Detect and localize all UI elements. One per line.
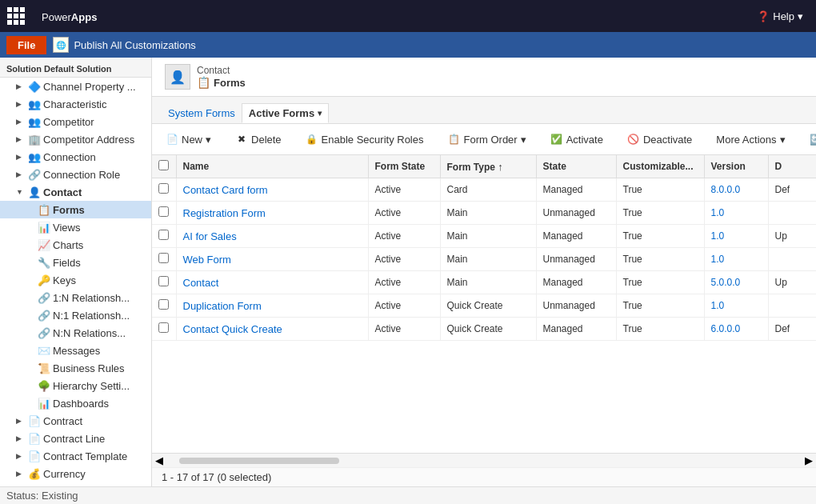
characteristic-icon: 👥 — [28, 98, 41, 110]
tab-system-forms[interactable]: System Forms — [162, 104, 242, 122]
sidebar-item-forms[interactable]: 📋 Forms — [0, 201, 151, 218]
connection-icon: 👥 — [28, 150, 41, 163]
expand-arrow: ▶ — [16, 135, 26, 143]
row-version-cell: 1.0 — [704, 248, 768, 271]
horizontal-scrollbar[interactable]: ◀ ▶ — [152, 453, 816, 467]
row-checkbox[interactable] — [158, 230, 169, 240]
row-desc-cell — [768, 248, 816, 271]
row-checkbox[interactable] — [158, 322, 169, 333]
refresh-button[interactable]: 🔄 — [802, 130, 817, 150]
row-checkbox-cell[interactable] — [152, 318, 176, 341]
form-name-link[interactable]: Contact Card form — [183, 184, 268, 196]
sidebar-item-views[interactable]: 📊 Views — [0, 218, 151, 236]
form-name-link[interactable]: AI for Sales — [183, 230, 237, 242]
sidebar-item-1n-relationships[interactable]: 🔗 1:N Relationsh... — [0, 289, 151, 306]
sidebar-header: Solution Default Solution — [0, 58, 151, 78]
row-customizable-cell: True — [616, 248, 704, 271]
col-header-form-state[interactable]: Form State — [368, 155, 440, 178]
table-row: Contact Quick Create Active Quick Create… — [152, 318, 816, 341]
sidebar-item-contact[interactable]: ▼ 👤 Contact — [0, 183, 151, 201]
publish-all-button[interactable]: 🌐 Publish All Customizations — [53, 37, 195, 53]
table-header-row: Name Form State Form Type ↑ State Custom… — [152, 155, 816, 178]
deactivate-button[interactable]: 🚫 Deactivate — [620, 129, 699, 150]
col-header-state[interactable]: State — [536, 155, 616, 178]
sidebar-item-hierarchy-settings[interactable]: 🌳 Hierarchy Setti... — [0, 377, 151, 394]
form-name-link[interactable]: Contact Quick Create — [183, 323, 282, 335]
row-checkbox-cell[interactable] — [152, 178, 176, 202]
sort-asc-icon: ↑ — [498, 161, 503, 173]
row-checkbox-cell[interactable] — [152, 225, 176, 248]
business-rules-icon: 📜 — [38, 362, 50, 374]
row-checkbox[interactable] — [158, 299, 169, 310]
sidebar-item-competitor-address[interactable]: ▶ 🏢 Competitor Address — [0, 130, 151, 148]
table-row: Registration Form Active Main Unmanaged … — [152, 202, 816, 225]
col-header-desc[interactable]: D — [768, 155, 816, 178]
waffle-icon — [7, 7, 25, 25]
sidebar-item-contract[interactable]: ▶ 📄 Contract — [0, 412, 151, 430]
tab-active-forms[interactable]: Active Forms ▾ — [242, 103, 329, 123]
form-name-link[interactable]: Contact — [183, 277, 219, 289]
row-form-state-cell: Active — [368, 271, 440, 294]
scroll-right-arrow[interactable]: ▶ — [805, 454, 813, 466]
row-checkbox[interactable] — [158, 183, 169, 194]
col-header-checkbox[interactable] — [152, 155, 176, 178]
select-all-checkbox[interactable] — [158, 160, 169, 170]
row-desc-cell: Up — [768, 271, 816, 294]
expand-arrow: ▶ — [16, 434, 26, 442]
sidebar-item-n1-relationships[interactable]: 🔗 N:1 Relationsh... — [0, 306, 151, 324]
row-checkbox-cell[interactable] — [152, 202, 176, 225]
col-header-customizable[interactable]: Customizable... — [616, 155, 704, 178]
sidebar-item-channel-property[interactable]: ▶ 🔷 Channel Property ... — [0, 78, 151, 95]
sidebar-item-dashboards[interactable]: 📊 Dashboards — [0, 394, 151, 412]
sidebar-item-charts[interactable]: 📈 Charts — [0, 236, 151, 254]
sidebar-item-connection[interactable]: ▶ 👥 Connection — [0, 148, 151, 166]
expand-arrow: ▶ — [16, 170, 26, 178]
col-header-name[interactable]: Name — [176, 155, 368, 178]
form-order-icon: 📋 — [448, 133, 461, 146]
main-content: Solution Default Solution ▶ 🔷 Channel Pr… — [0, 58, 816, 486]
sidebar-item-contract-line[interactable]: ▶ 📄 Contract Line — [0, 430, 151, 447]
form-name-link[interactable]: Duplication Form — [183, 300, 262, 312]
col-header-form-type[interactable]: Form Type ↑ — [440, 155, 536, 178]
sidebar-item-contract-template[interactable]: ▶ 📄 Contract Template — [0, 447, 151, 465]
sidebar-item-currency[interactable]: ▶ 💰 Currency — [0, 465, 151, 482]
col-header-version[interactable]: Version — [704, 155, 768, 178]
help-button[interactable]: ❓ Help ▾ — [744, 10, 816, 22]
row-checkbox[interactable] — [158, 253, 169, 263]
row-desc-cell — [768, 202, 816, 225]
form-name-link[interactable]: Registration Form — [183, 207, 266, 219]
row-customizable-cell: True — [616, 294, 704, 318]
scroll-left-arrow[interactable]: ◀ — [155, 454, 163, 466]
row-checkbox-cell[interactable] — [152, 271, 176, 294]
more-actions-button[interactable]: More Actions ▾ — [709, 130, 792, 150]
sidebar-item-business-rules[interactable]: 📜 Business Rules — [0, 359, 151, 377]
sidebar-item-nn-relationships[interactable]: 🔗 N:N Relations... — [0, 324, 151, 342]
row-checkbox-cell[interactable] — [152, 294, 176, 318]
waffle-menu-button[interactable] — [0, 0, 32, 32]
summary-bar: 1 - 17 of 17 (0 selected) — [152, 467, 816, 486]
expand-arrow: ▶ — [16, 452, 26, 460]
sidebar-item-keys[interactable]: 🔑 Keys — [0, 271, 151, 289]
row-version-cell: 5.0.0.0 — [704, 271, 768, 294]
sidebar-item-connection-role[interactable]: ▶ 🔗 Connection Role — [0, 166, 151, 183]
sidebar-item-messages[interactable]: ✉️ Messages — [0, 342, 151, 359]
sidebar-item-fields[interactable]: 🔧 Fields — [0, 254, 151, 271]
enable-security-button[interactable]: 🔒 Enable Security Roles — [298, 129, 431, 150]
file-button[interactable]: File — [6, 36, 46, 54]
row-name-cell: Duplication Form — [176, 294, 368, 318]
row-checkbox-cell[interactable] — [152, 248, 176, 271]
competitor-icon: 👥 — [28, 115, 41, 128]
form-name-link[interactable]: Web Form — [183, 254, 231, 266]
row-checkbox[interactable] — [158, 206, 169, 217]
row-checkbox[interactable] — [158, 276, 169, 286]
form-order-button[interactable]: 📋 Form Order ▾ — [441, 129, 534, 150]
security-icon: 🔒 — [306, 133, 318, 146]
sidebar-item-competitor[interactable]: ▶ 👥 Competitor — [0, 113, 151, 130]
scroll-thumb[interactable] — [179, 458, 339, 464]
new-button[interactable]: 📄 New ▾ — [158, 129, 218, 150]
row-form-type-cell: Main — [440, 271, 536, 294]
activate-button[interactable]: ✅ Activate — [543, 129, 610, 150]
sidebar-item-characteristic[interactable]: ▶ 👥 Characteristic — [0, 95, 151, 113]
ribbon-bar: File 🌐 Publish All Customizations — [0, 32, 816, 58]
delete-button[interactable]: ✖ Delete — [228, 129, 289, 150]
